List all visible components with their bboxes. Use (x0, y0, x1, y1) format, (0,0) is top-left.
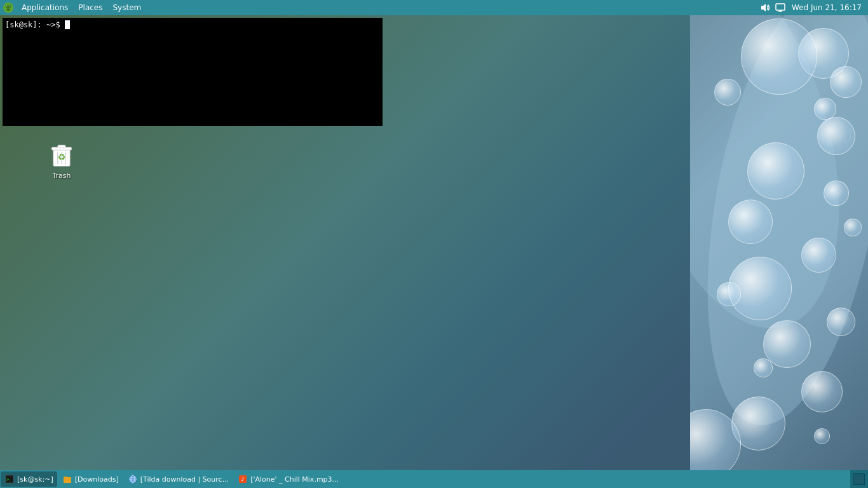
display-icon[interactable] (774, 1, 787, 14)
svg-text:>_: >_ (6, 477, 12, 482)
terminal-window[interactable]: [sk@sk]: ~>$ (3, 18, 383, 126)
taskbar-downloads-label: [Downloads] (75, 475, 119, 484)
terminal-taskbar-icon: >_ (4, 474, 15, 484)
trash-icon[interactable]: ♻ Trash (36, 140, 87, 180)
top-panel: Applications Places System Wed J (0, 0, 868, 15)
bottom-panel: >_ [sk@sk:~] [Downloads] [Tilda download… (0, 470, 868, 488)
terminal-prompt: [sk@sk]: ~>$ (5, 20, 65, 29)
places-menu[interactable]: Places (73, 0, 107, 15)
taskbar-audio[interactable]: ♪ ['Alone' _ Chill Mix.mp3... (234, 471, 342, 487)
svg-point-5 (10, 5, 11, 6)
taskbar-terminal-label: [sk@sk:~] (17, 475, 53, 484)
clock[interactable]: Wed Jun 21, 16:17 (789, 3, 864, 12)
browser-taskbar-icon (128, 474, 138, 484)
taskbar-browser[interactable]: [Tilda download | Sourc... (124, 471, 233, 487)
gnome-logo[interactable] (1, 1, 15, 15)
folder-taskbar-icon (62, 474, 72, 484)
svg-text:♪: ♪ (241, 477, 245, 482)
taskbar-terminal[interactable]: >_ [sk@sk:~] (1, 471, 57, 487)
volume-icon[interactable] (759, 1, 771, 14)
svg-marker-6 (761, 4, 766, 11)
wallpaper-right (690, 15, 868, 470)
terminal-cursor (65, 20, 70, 29)
svg-rect-7 (776, 4, 785, 10)
applications-menu[interactable]: Applications (17, 0, 73, 15)
panel-left: Applications Places System (0, 0, 743, 15)
taskbar-right-end (850, 470, 868, 488)
night-mode-icon[interactable] (743, 1, 756, 14)
system-menu[interactable]: System (107, 0, 146, 15)
audio-taskbar-icon: ♪ (238, 474, 248, 484)
desktop-switcher[interactable] (853, 473, 865, 485)
svg-rect-20 (64, 477, 67, 478)
taskbar-audio-label: ['Alone' _ Chill Mix.mp3... (250, 475, 339, 484)
desktop: [sk@sk]: ~>$ sk's Home ♻ Trash (0, 15, 868, 470)
panel-right: Wed Jun 21, 16:17 (743, 1, 868, 14)
trash-icon-image: ♻ (46, 140, 77, 170)
svg-point-3 (6, 8, 10, 11)
taskbar-downloads[interactable]: [Downloads] (58, 471, 123, 487)
svg-point-4 (6, 5, 8, 6)
taskbar-browser-label: [Tilda download | Sourc... (140, 475, 229, 484)
svg-rect-12 (58, 145, 65, 147)
trash-label: Trash (52, 172, 71, 180)
